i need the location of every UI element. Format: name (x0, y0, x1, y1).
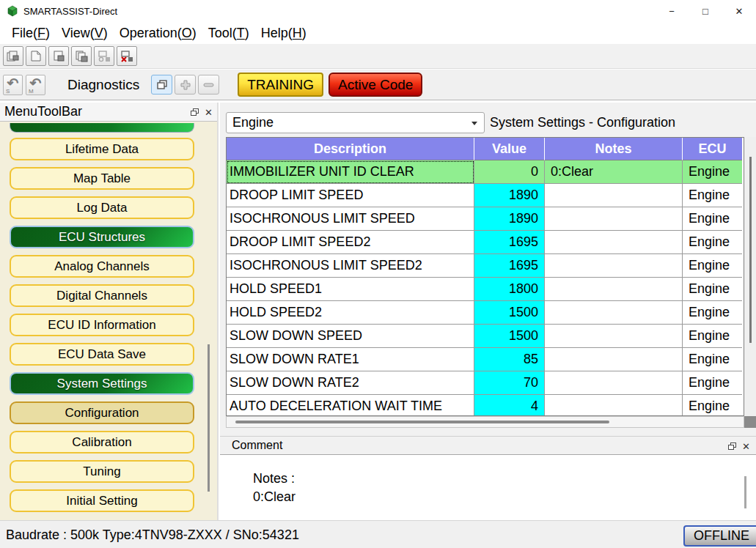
float-panel-icon[interactable] (191, 108, 199, 116)
cell-ecu[interactable]: Engine (683, 184, 742, 207)
cell-desc[interactable]: IMMOBILIZER UNIT ID CLEAR (227, 160, 474, 184)
undo-multi-icon[interactable]: ↶ M (26, 75, 45, 95)
cell-notes[interactable]: 0:Clear (545, 160, 683, 184)
close-panel-icon[interactable]: ✕ (205, 108, 213, 117)
sidebar-item-ecu-id-information[interactable]: ECU ID Information (10, 314, 194, 336)
sidebar-item-ecu-structures[interactable]: ECU Structures (10, 226, 194, 248)
table-row[interactable]: IMMOBILIZER UNIT ID CLEAR00:ClearEngine (227, 160, 744, 184)
table-horizontal-scrollbar[interactable] (226, 416, 744, 428)
cell-desc[interactable]: DROOP LIMIT SPEED2 (227, 231, 474, 254)
cell-desc[interactable]: SLOW DOWN SPEED (227, 325, 474, 348)
sidebar-scrollbar-thumb[interactable] (208, 344, 210, 492)
device-disconnect-icon[interactable] (117, 46, 137, 66)
cell-notes[interactable] (545, 301, 683, 325)
cell-desc[interactable]: HOLD SPEED2 (227, 301, 474, 325)
cell-notes[interactable] (545, 254, 683, 278)
table-row[interactable]: DROOP LIMIT SPEED21695Engine (227, 231, 744, 254)
close-button[interactable]: ✕ (722, 0, 756, 22)
undo-single-icon[interactable]: ↶ S (3, 75, 23, 95)
menu-item-view[interactable]: View(V) (56, 24, 114, 42)
sidebar-item-system-settings[interactable]: System Settings (10, 372, 194, 395)
table-row[interactable]: ISOCHRONOUS LIMIT SPEED21695Engine (227, 254, 744, 278)
table-row[interactable]: ISOCHRONOUS LIMIT SPEED1890Engine (227, 207, 744, 231)
cell-desc[interactable]: HOLD SPEED1 (227, 278, 474, 301)
offline-button[interactable]: OFFLINE (683, 525, 756, 547)
cell-val[interactable]: 1890 (474, 184, 545, 207)
cell-val[interactable]: 4 (474, 395, 545, 416)
cell-val[interactable]: 1500 (474, 325, 545, 348)
cell-val[interactable]: 0 (474, 160, 545, 184)
menu-item-tool[interactable]: Tool(T) (202, 24, 255, 42)
menu-item-help[interactable]: Help(H) (255, 24, 312, 42)
sidebar-item-ecu-data-save[interactable]: ECU Data Save (10, 343, 194, 366)
sidebar-item-map-table[interactable]: Map Table (10, 167, 194, 190)
cell-desc[interactable]: DROOP LIMIT SPEED (227, 184, 474, 207)
ecu-select[interactable]: Engine (226, 112, 485, 133)
page-save-icon[interactable] (48, 46, 69, 66)
cell-val[interactable]: 85 (474, 348, 545, 371)
sidebar-item-configuration[interactable]: Configuration (10, 401, 194, 424)
menu-item-file[interactable]: File(F) (6, 24, 56, 42)
sidebar-item-lifetime-data[interactable]: Lifetime Data (10, 138, 194, 160)
cell-val[interactable]: 1800 (474, 278, 545, 301)
cell-desc[interactable]: SLOW DOWN RATE1 (227, 348, 474, 371)
cell-ecu[interactable]: Engine (683, 395, 742, 416)
page-icon[interactable] (26, 46, 46, 66)
close-panel-icon[interactable]: ✕ (742, 442, 750, 451)
cell-ecu[interactable]: Engine (683, 348, 742, 371)
cell-notes[interactable] (545, 395, 683, 416)
table-vertical-scrollbar-thumb[interactable] (749, 157, 752, 343)
minimize-button[interactable]: − (655, 0, 689, 22)
sidebar-item-calibration[interactable]: Calibration (10, 431, 194, 453)
cell-ecu[interactable]: Engine (683, 231, 742, 254)
cell-notes[interactable] (545, 371, 683, 395)
cell-ecu[interactable]: Engine (683, 207, 742, 231)
pages-save-icon[interactable] (71, 46, 92, 66)
sidebar-item-analog-channels[interactable]: Analog Channels (10, 255, 194, 278)
active-code-badge[interactable]: Active Code (329, 73, 422, 97)
sidebar-item-digital-channels[interactable]: Digital Channels (10, 284, 194, 307)
table-row[interactable]: HOLD SPEED21500Engine (227, 301, 744, 325)
cell-notes[interactable] (545, 325, 683, 348)
expand-plus-icon[interactable] (175, 75, 196, 95)
cell-notes[interactable] (545, 348, 683, 371)
cascade-windows-icon[interactable] (151, 75, 172, 95)
cell-val[interactable]: 1695 (474, 254, 545, 278)
cell-val[interactable]: 1695 (474, 231, 545, 254)
comment-scrollbar-thumb[interactable] (744, 476, 746, 508)
table-row[interactable]: SLOW DOWN SPEED1500Engine (227, 325, 744, 348)
table-row[interactable]: SLOW DOWN RATE185Engine (227, 348, 744, 371)
cell-ecu[interactable]: Engine (683, 325, 742, 348)
table-vertical-scrollbar[interactable] (744, 137, 756, 416)
sidebar-item-scrolled-partial[interactable] (10, 123, 194, 133)
cell-notes[interactable] (545, 278, 683, 301)
table-row[interactable]: SLOW DOWN RATE270Engine (227, 371, 744, 395)
cell-ecu[interactable]: Engine (683, 301, 742, 325)
cell-val[interactable]: 1500 (474, 301, 545, 325)
sidebar-item-initial-setting[interactable]: Initial Setting (10, 489, 194, 512)
cell-notes[interactable] (545, 231, 683, 254)
table-row[interactable]: HOLD SPEED11800Engine (227, 278, 744, 301)
stacked-pages-icon[interactable] (3, 46, 23, 66)
cell-val[interactable]: 70 (474, 371, 545, 395)
cell-ecu[interactable]: Engine (683, 278, 742, 301)
training-mode-badge[interactable]: TRAINING (238, 73, 323, 97)
float-panel-icon[interactable] (728, 443, 736, 450)
maximize-button[interactable]: □ (689, 0, 722, 22)
collapse-minus-icon[interactable] (198, 75, 219, 95)
table-horizontal-scrollbar-thumb[interactable] (235, 421, 609, 423)
cell-ecu[interactable]: Engine (683, 371, 742, 395)
cell-ecu[interactable]: Engine (683, 254, 742, 278)
cell-desc[interactable]: ISOCHRONOUS LIMIT SPEED2 (227, 254, 474, 278)
cell-desc[interactable]: AUTO DECELERATION WAIT TIME (227, 395, 474, 416)
table-row[interactable]: AUTO DECELERATION WAIT TIME4Engine (227, 395, 744, 416)
cell-notes[interactable] (545, 184, 683, 207)
sidebar-item-log-data[interactable]: Log Data (10, 196, 194, 219)
device-connect-icon[interactable] (94, 46, 114, 66)
table-row[interactable]: DROOP LIMIT SPEED1890Engine (227, 184, 744, 207)
cell-ecu[interactable]: Engine (683, 160, 742, 184)
cell-val[interactable]: 1890 (474, 207, 545, 231)
cell-desc[interactable]: ISOCHRONOUS LIMIT SPEED (227, 207, 474, 231)
cell-desc[interactable]: SLOW DOWN RATE2 (227, 371, 474, 395)
sidebar-item-tuning[interactable]: Tuning (10, 460, 194, 483)
